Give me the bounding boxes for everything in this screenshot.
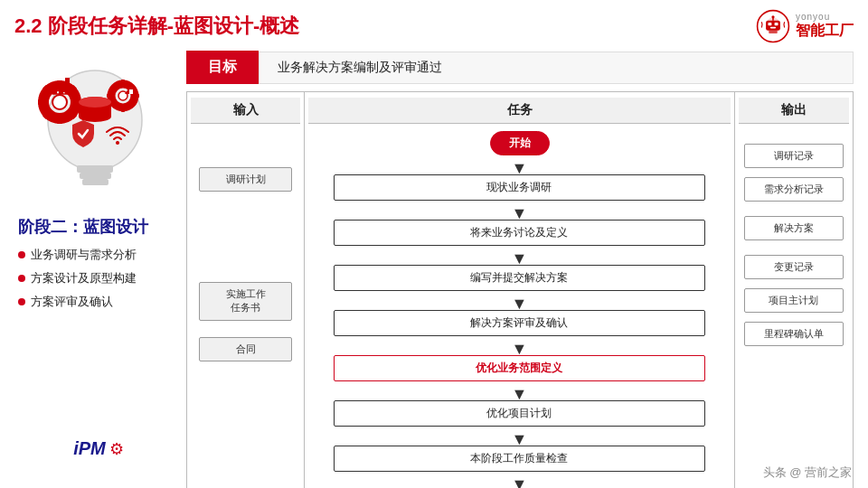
task-column: 任务 开始 ▼ 现状业务调研 ▼ 将来业务讨论及定义 ▼ 编写并提交解决方案 ▼… (305, 92, 735, 488)
task-5: 优化业务范围定义 (334, 355, 705, 381)
bullet-dot (18, 251, 25, 258)
ipm-gear-icon: ⚙ (109, 439, 124, 459)
bullet-dot (18, 298, 25, 305)
task-3: 编写并提交解决方案 (334, 265, 705, 291)
svg-rect-35 (52, 85, 57, 94)
page-title: 2.2 阶段任务详解-蓝图设计-概述 (14, 13, 299, 40)
ipm-logo: iPM ⚙ (66, 438, 124, 465)
svg-point-7 (771, 15, 774, 18)
input-item-shishi: 实施工作任务书 (199, 282, 292, 321)
watermark: 头条 @ 营前之家 (763, 465, 852, 481)
output-item-1: 需求分析记录 (744, 177, 844, 202)
flow-area: 输入 调研计划 实施工作任务书 合同 任务 开始 ▼ (186, 91, 854, 488)
svg-point-14 (52, 95, 67, 109)
task-6: 优化项目计划 (334, 400, 705, 427)
svg-rect-17 (38, 99, 45, 105)
svg-rect-10 (77, 165, 113, 173)
output-item-0: 调研记录 (744, 144, 844, 168)
svg-rect-4 (775, 23, 778, 25)
logo-area: yonyou 智能工厂 (756, 9, 854, 43)
bullet-item-3: 方案评审及确认 (18, 294, 137, 310)
goal-label: 目标 (186, 51, 259, 84)
task-start: 开始 (490, 131, 550, 155)
logo-text: yonyou 智能工厂 (796, 12, 854, 41)
svg-rect-5 (770, 27, 776, 29)
page-header: 2.2 阶段任务详解-蓝图设计-概述 yonyou 智能工厂 (0, 0, 868, 49)
svg-rect-11 (80, 173, 111, 179)
svg-rect-8 (769, 31, 778, 33)
input-column: 输入 调研计划 实施工作任务书 合同 (187, 92, 305, 488)
diagram-panel: 目标 业务解决方案编制及评审通过 输入 调研计划 实施工作任务书 合同 (181, 49, 859, 465)
arrow-down-7: ▼ (512, 476, 528, 488)
task-flow: 开始 ▼ 现状业务调研 ▼ 将来业务讨论及定义 ▼ 编写并提交解决方案 ▼ 解决… (308, 131, 731, 488)
ipm-text: iPM (73, 438, 106, 459)
stage-title: 阶段二：蓝图设计 (9, 216, 148, 238)
svg-rect-34 (129, 89, 133, 94)
bullet-dot (18, 275, 25, 282)
svg-rect-3 (768, 23, 771, 25)
svg-rect-28 (134, 94, 139, 98)
output-item-4: 项目主计划 (744, 288, 844, 313)
input-header: 输入 (191, 98, 300, 124)
left-panel: 阶段二：蓝图设计 业务调研与需求分析 方案设计及原型构建 方案评审及确认 iPM… (9, 49, 181, 465)
svg-point-32 (79, 97, 111, 108)
goal-text: 业务解决方案编制及评审通过 (259, 52, 854, 84)
logo-icon (756, 9, 790, 43)
output-column: 输出 调研记录 需求分析记录 解决方案 变更记录 项目主计划 里程碑确认单 (735, 92, 853, 488)
output-header: 输出 (739, 98, 849, 124)
bullet-item-1: 业务调研与需求分析 (18, 247, 137, 263)
output-item-5: 里程碑确认单 (744, 322, 844, 346)
svg-rect-2 (766, 21, 780, 31)
bullet-item-2: 方案设计及原型构建 (18, 270, 137, 286)
svg-rect-36 (59, 81, 63, 94)
main-content: 阶段二：蓝图设计 业务调研与需求分析 方案设计及原型构建 方案评审及确认 iPM… (0, 49, 868, 465)
task-4: 解决方案评审及确认 (334, 310, 705, 336)
svg-rect-16 (57, 117, 62, 124)
svg-point-33 (116, 141, 119, 145)
input-items: 调研计划 实施工作任务书 合同 (191, 131, 300, 371)
svg-rect-27 (107, 94, 112, 98)
task-1: 现状业务调研 (334, 174, 705, 201)
svg-rect-25 (121, 80, 125, 85)
svg-rect-12 (82, 179, 108, 185)
input-item-diaoyan: 调研计划 (199, 167, 292, 192)
goal-bar: 目标 业务解决方案编制及评审通过 (186, 51, 854, 84)
task-header: 任务 (308, 98, 731, 124)
input-item-hetong: 合同 (199, 337, 292, 361)
task-2: 将来业务讨论及定义 (334, 220, 705, 246)
svg-rect-37 (65, 78, 70, 94)
output-item-2: 解决方案 (744, 216, 844, 240)
task-7: 本阶段工作质量检查 (334, 446, 705, 472)
output-item-3: 变更记录 (744, 255, 844, 279)
bulb-illustration (25, 52, 165, 211)
output-items: 调研记录 需求分析记录 解决方案 变更记录 项目主计划 里程碑确认单 (739, 131, 849, 355)
bullet-list: 业务调研与需求分析 方案设计及原型构建 方案评审及确认 (9, 247, 137, 317)
svg-rect-26 (121, 107, 125, 112)
